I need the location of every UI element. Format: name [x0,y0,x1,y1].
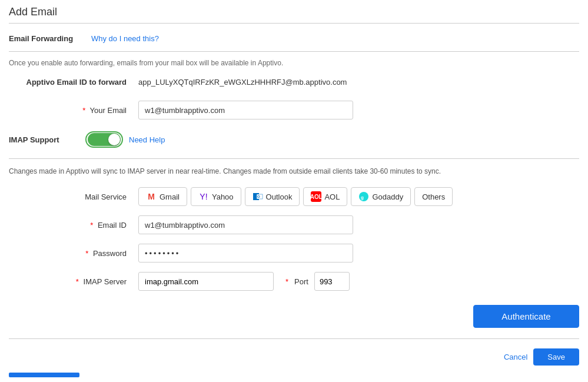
forward-id-row: Apptivo Email ID to forward app_LULyXQTq… [9,73,579,96]
email-id-row: * Email ID [9,211,579,239]
port-required-star: * [285,277,288,286]
gmail-icon: M [146,191,157,202]
why-link[interactable]: Why do I need this? [91,34,159,43]
gmail-label: Gmail [160,192,180,201]
required-star-email: * [82,106,85,115]
forward-id-label: Apptivo Email ID to forward [9,78,138,87]
email-forwarding-label: Email Forwarding [9,34,91,43]
yahoo-icon: Y! [198,191,209,202]
imap-toggle[interactable] [85,131,123,148]
imap-info-text: Changes made in Apptivo will sync to IMA… [9,162,579,182]
imap-server-row: * IMAP Server * Port [9,267,579,295]
divider-2 [9,158,579,159]
email-id-label: * Email ID [9,221,138,230]
password-row: * Password [9,239,579,267]
outlook-icon: O [253,191,263,202]
svg-text:g: g [361,195,364,200]
godaddy-icon: g [358,191,369,202]
save-button[interactable]: Save [533,348,579,366]
toggle-inner [88,133,121,146]
mail-service-label: Mail Service [9,192,138,201]
mail-service-buttons: M Gmail Y! Yahoo O Outlook AOL AOL [138,187,453,206]
email-forwarding-row: Email Forwarding Why do I need this? [9,29,579,48]
yahoo-button[interactable]: Y! Yahoo [191,187,241,206]
bottom-divider [9,338,579,339]
your-email-input[interactable] [138,101,353,119]
required-star-imap: * [76,277,79,286]
port-label: Port [294,277,308,286]
aol-icon: AOL [311,191,321,202]
email-id-input[interactable] [138,215,353,234]
bottom-actions: Cancel Save [9,344,579,370]
your-email-row: * Your Email [9,96,579,124]
outlook-button[interactable]: O Outlook [245,187,300,206]
required-star-password: * [85,249,88,258]
forwarding-info-text: Once you enable auto forwarding, emails … [9,55,579,73]
others-label: Others [422,192,445,201]
imap-support-row: IMAP Support Need Help [9,124,579,155]
outlook-label: Outlook [266,192,293,201]
yahoo-label: Yahoo [212,192,234,201]
authenticate-row: Authenticate [9,295,579,334]
your-email-label: * Your Email [9,106,138,115]
port-input[interactable] [314,272,350,291]
gmail-button[interactable]: M Gmail [138,187,187,206]
password-label: * Password [9,249,138,258]
aol-button[interactable]: AOL AOL [303,187,347,206]
authenticate-button[interactable]: Authenticate [473,305,579,328]
godaddy-label: Godaddy [372,192,403,201]
page-title: Add Email [9,6,579,24]
imap-support-label: IMAP Support [9,135,85,144]
bottom-blue-bar [9,373,79,377]
toggle-knob [108,134,120,145]
godaddy-button[interactable]: g Godaddy [351,187,411,206]
toggle-wrapper: Need Help [85,131,165,148]
imap-server-label: * IMAP Server [9,277,138,286]
aol-label: AOL [324,192,340,201]
divider-1 [9,51,579,52]
others-button[interactable]: Others [414,187,453,206]
forward-id-value: app_LULyXQTqIRFzKR_eWGXLzHHHRFJ@mb.appti… [138,78,347,87]
required-star-emailid: * [90,221,93,230]
password-input[interactable] [138,244,353,263]
svg-text:O: O [257,195,260,198]
need-help-link[interactable]: Need Help [129,135,165,144]
page-container: Add Email Email Forwarding Why do I need… [0,0,588,382]
imap-server-input[interactable] [138,272,274,291]
cancel-link[interactable]: Cancel [504,353,527,361]
mail-service-row: Mail Service M Gmail Y! Yahoo O Outlook … [9,182,579,211]
